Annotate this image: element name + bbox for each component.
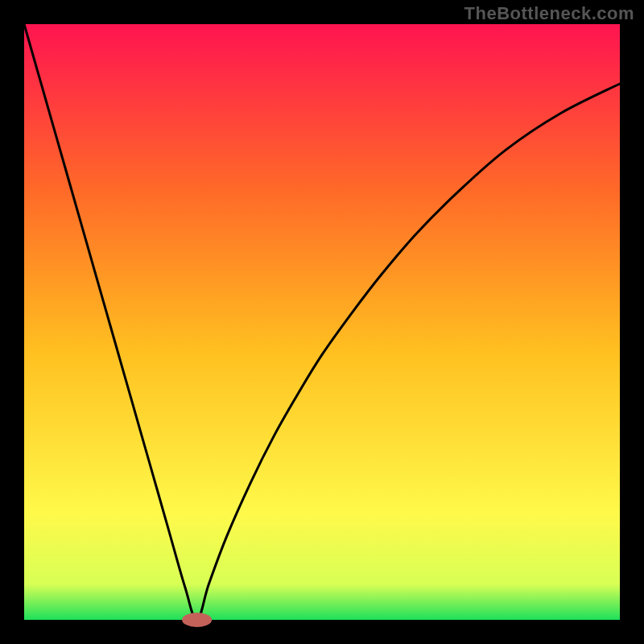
chart-frame: TheBottleneck.com — [0, 0, 644, 644]
minimum-marker — [182, 613, 212, 627]
bottleneck-chart — [0, 0, 644, 644]
watermark-text: TheBottleneck.com — [464, 3, 634, 24]
gradient-background — [24, 24, 620, 620]
